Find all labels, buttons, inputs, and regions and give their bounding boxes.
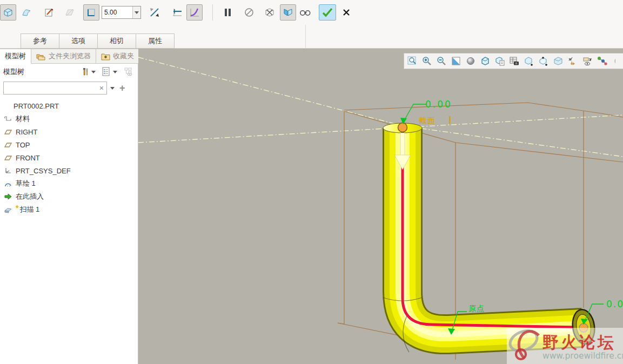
tree-search-box[interactable]: × [3, 82, 107, 95]
start-drag-handle[interactable] [398, 123, 407, 132]
tab-favorites[interactable]: 收藏夹 [96, 49, 139, 64]
spline-curve-icon [189, 6, 200, 18]
search-add-button[interactable]: + [118, 83, 127, 94]
end-dimension[interactable]: 0.0 [606, 299, 623, 309]
tree-tools-dropdown[interactable] [90, 71, 97, 73]
section-label[interactable]: 截面 [419, 116, 436, 125]
tree-eye-icon [123, 66, 134, 77]
display-style-icon[interactable] [479, 55, 492, 68]
tree-item-sweep1[interactable]: * 扫描 1 [0, 203, 138, 216]
folders-icon [36, 52, 46, 60]
tools-icon [79, 66, 90, 77]
tree-search-input[interactable] [4, 83, 97, 93]
navigator-tabs: 模型树 文件夹浏览器 收藏夹 [0, 49, 138, 64]
datum-display-icon[interactable] [595, 55, 608, 68]
edit-sketch-button[interactable] [41, 4, 57, 21]
sweep-trajectory[interactable] [403, 131, 581, 327]
verify-button[interactable] [297, 4, 313, 21]
pipe-geometry[interactable] [383, 123, 582, 352]
creo-sweep-window: { "dashboard": { "value": "5.00", "icons… [0, 0, 623, 364]
tree-item-front-plane[interactable]: FRONT [0, 151, 138, 164]
chevron-down-icon [113, 71, 117, 73]
tab-references[interactable]: 参考 [21, 33, 59, 49]
annotation-toggle-icon[interactable] [566, 55, 579, 68]
list-settings-icon [101, 66, 111, 77]
view-images-icon[interactable] [508, 55, 521, 68]
check-icon [321, 7, 333, 18]
tree-item-material[interactable]: 材料 [0, 112, 138, 125]
tab-options[interactable]: 选项 [59, 33, 98, 49]
tab-folder-browser-label: 文件夹浏览器 [49, 51, 91, 61]
spline-trajectory-button[interactable] [186, 4, 203, 21]
sweep-solid-button[interactable] [0, 4, 16, 21]
tree-search-row: × + [0, 80, 138, 96]
clipped-toolbar-icon[interactable] [610, 55, 615, 68]
straight-trajectory-button[interactable] [169, 4, 185, 21]
sweep-surface-button[interactable] [18, 4, 35, 21]
value-dropdown-button[interactable] [132, 6, 140, 18]
tab-model-tree[interactable]: 模型树 [0, 49, 31, 64]
clear-search-icon[interactable]: × [97, 84, 106, 92]
tab-folder-browser[interactable]: 文件夹浏览器 [31, 49, 96, 64]
tree-filter-dropdown[interactable] [112, 71, 118, 73]
model-tree: PRT0002.PRT 材料 RIGHT TOP FRONT PRT_CSYS_… [0, 96, 138, 216]
section-value-field[interactable] [102, 6, 141, 19]
tab-tangency[interactable]: 相切 [97, 33, 136, 49]
tree-item-label: RIGHT [16, 128, 37, 136]
pause-icon [223, 8, 232, 17]
preview-ribbon-icon [282, 6, 294, 18]
shading-icon[interactable] [464, 55, 477, 68]
attached-preview-button[interactable] [280, 4, 296, 21]
section-square-icon [86, 7, 97, 18]
watermark-url: www.proewildfire.cn [542, 351, 623, 361]
chevron-down-icon [110, 87, 115, 90]
repaint-icon[interactable] [450, 55, 463, 68]
section-dimension[interactable]: 0.00 [425, 99, 452, 110]
flip-direction-button[interactable] [146, 4, 163, 21]
datum-edge-line [138, 115, 623, 143]
tree-item-sketch1[interactable]: 草绘 1 [0, 177, 138, 190]
sweep-dashboard [0, 0, 623, 25]
tree-filter-button[interactable] [100, 66, 112, 78]
annotation-display-icon[interactable] [581, 55, 594, 68]
model-viewport[interactable]: 0.00 原点 0.0 截面 野火论坛 www.proewildfire.cn [138, 49, 623, 364]
pencil-page-icon [44, 7, 55, 18]
tree-item-part[interactable]: PRT0002.PRT [0, 99, 138, 112]
section-manager-icon[interactable] [537, 55, 550, 68]
perspective-icon[interactable] [552, 55, 565, 68]
tab-properties[interactable]: 属性 [136, 33, 175, 49]
tree-item-label: 在此插入 [16, 192, 44, 201]
tree-item-label: 材料 [16, 114, 30, 124]
zoom-window-icon[interactable] [406, 55, 419, 68]
ok-button[interactable] [319, 4, 336, 21]
constant-section-button[interactable] [83, 4, 99, 21]
tree-tools-button[interactable] [78, 66, 90, 78]
no-preview-button[interactable] [262, 4, 278, 21]
section-value-input[interactable] [102, 9, 132, 16]
material-icon [4, 114, 12, 123]
sketch-icon [4, 179, 12, 188]
tree-item-label: TOP [16, 141, 30, 149]
cancel-feature-button[interactable] [241, 4, 257, 21]
tree-item-csys[interactable]: PRT_CSYS_DEF [0, 164, 138, 177]
search-options-dropdown[interactable] [109, 87, 116, 90]
saved-views-icon[interactable] [493, 55, 506, 68]
zoom-in-icon[interactable] [420, 55, 433, 68]
zoom-out-icon[interactable] [435, 55, 448, 68]
tree-item-right-plane[interactable]: RIGHT [0, 125, 138, 138]
glasses-icon [299, 7, 312, 18]
tree-item-top-plane[interactable]: TOP [0, 138, 138, 151]
tree-item-insert-here[interactable]: 在此插入 [0, 190, 138, 203]
graphics-area[interactable]: 0.00 原点 0.0 截面 野火论坛 www.proewildfire.cn [138, 49, 623, 364]
regenerate-badge: * [16, 204, 18, 212]
pause-button[interactable] [219, 4, 236, 21]
view-manager-icon[interactable] [522, 55, 535, 68]
tree-item-label: PRT_CSYS_DEF [16, 167, 71, 175]
chevron-down-icon [91, 71, 96, 73]
cancel-button[interactable] [338, 4, 354, 21]
tree-show-button [123, 66, 135, 78]
insert-here-arrow-icon [4, 192, 12, 201]
origin-label[interactable]: 原点 [468, 304, 485, 313]
watermark: 野火论坛 www.proewildfire.cn [507, 327, 623, 364]
datum-edge-line [138, 57, 623, 157]
